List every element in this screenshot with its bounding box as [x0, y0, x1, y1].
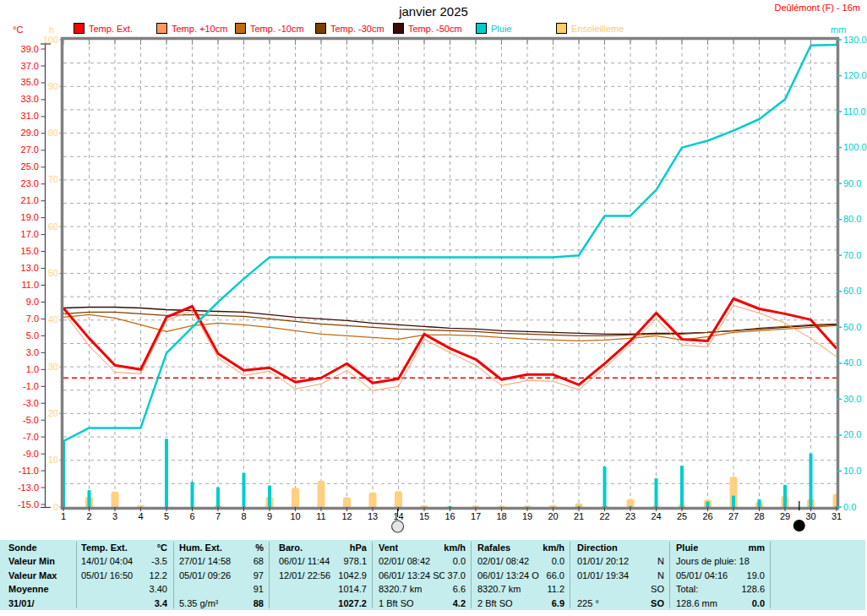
table-row-label: 31/01/	[8, 597, 73, 610]
temp-tick-label: 23.0	[21, 178, 39, 188]
temp-tick-label: 3.0	[26, 347, 39, 357]
table-row: 5.35 g/m³88	[179, 597, 264, 610]
temp-tick-label: -13.0	[18, 482, 39, 493]
rain-tick-label: 120.0	[843, 70, 867, 80]
table-column-title: Rafales	[477, 541, 510, 554]
table-row: 06/01/ 11:44978.1	[279, 554, 367, 568]
table-cell: 05/01/ 16:50	[81, 569, 133, 582]
table-cell-value: 1042.9	[338, 569, 367, 582]
table-row: 128.6 mm0.0	[676, 597, 765, 610]
table-row: 3.40	[81, 582, 167, 596]
table-cell: 06/01/ 13:24 SO	[379, 569, 444, 582]
day-label: 8	[241, 511, 246, 521]
rain-tick-label: 30.0	[843, 394, 861, 404]
day-label: 21	[574, 511, 584, 521]
table-cell: Jours de pluie: 18	[676, 554, 750, 568]
table-column-title: Vent	[379, 541, 398, 554]
table-cell: 225 °	[577, 597, 599, 610]
table-cell-value: 0.0	[453, 554, 466, 568]
table-column: Rafaleskm/h02/01/ 08:420.006/01/ 13:24 O…	[477, 541, 564, 610]
bar	[318, 481, 325, 510]
table-column-unit: km/h	[543, 541, 564, 554]
bar	[292, 488, 299, 510]
table-row-label: Valeur Max	[8, 569, 73, 582]
weather-chart-window: janvier 2025 Deûlémont (F) - 16m °C h mm…	[0, 0, 867, 616]
temp-tick-label: 5.0	[26, 330, 39, 341]
bar	[655, 478, 658, 510]
temp-tick-label: 7.0	[26, 313, 39, 324]
table-cell-value: 128.6	[741, 582, 765, 596]
bar	[603, 466, 607, 510]
table-row-label: Sonde	[8, 541, 73, 554]
table-cell: 128.6 mm	[676, 597, 717, 610]
bar	[395, 491, 402, 510]
table-separator	[173, 542, 174, 608]
table-row: 8320.7 km11.2	[477, 582, 564, 596]
table-cell-value: SO	[651, 582, 664, 596]
day-label: 14	[393, 511, 403, 521]
table-column-unit: mm	[748, 541, 765, 554]
temp-axis: 39.037.035.033.031.029.027.025.023.021.0…	[18, 44, 51, 510]
table-cell: 2 Bft SO	[477, 597, 513, 610]
day-label: 25	[677, 511, 687, 521]
table-cell-value: 88	[254, 597, 264, 610]
day-label: 27	[728, 511, 739, 521]
rain-tick-label: 10.0	[843, 466, 861, 476]
table-cell: 8320.7 km	[477, 582, 521, 596]
table-cell: 14/01/ 04:04	[81, 554, 133, 568]
day-label: 31	[832, 511, 842, 521]
table-cell: 06/01/ 11:44	[279, 554, 330, 568]
day-label: 18	[496, 511, 506, 521]
table-column: Temp. Ext.°C14/01/ 04:04-3.505/01/ 16:50…	[81, 541, 167, 610]
sun-tick-label: 100	[43, 35, 58, 45]
day-label: 12	[341, 511, 352, 521]
temp-tick-label: 27.0	[21, 144, 39, 155]
table-row: 225 °SO	[577, 597, 664, 610]
table-cell: 05/01/ 09:26	[179, 569, 231, 582]
day-label: 22	[599, 511, 609, 521]
day-label: 6	[189, 511, 194, 521]
rain-tick-label: 130.0	[843, 35, 867, 45]
full-moon-icon	[392, 521, 404, 532]
rain-tick-label: 90.0	[843, 178, 861, 188]
day-label: 19	[522, 511, 532, 521]
rain-tick-label: 50.0	[843, 322, 861, 332]
temp-tick-label: 9.0	[26, 297, 39, 307]
day-label: 11	[316, 511, 325, 521]
day-label: 3	[112, 511, 117, 521]
table-row: 05/01/ 09:2697	[179, 569, 264, 582]
rain-tick-label: 60.0	[843, 286, 861, 296]
table-row: 05/01/ 04:1619.0	[676, 569, 765, 582]
table-cell: 05/01/ 04:16	[676, 569, 728, 582]
sun-axis: 0102030405060708090100	[43, 35, 63, 512]
temp-tick-label: -5.0	[23, 415, 39, 425]
day-label: 20	[548, 511, 558, 521]
table-column: Baro.hPa06/01/ 11:44978.112/01/ 22:56104…	[279, 541, 367, 610]
sun-tick-label: 40	[48, 314, 58, 324]
temp-tick-label: 35.0	[21, 77, 39, 87]
table-cell-value: 0.0	[552, 554, 564, 568]
day-label: 30	[805, 511, 815, 521]
chart-svg: 1234567891011121314151617181920212223242…	[0, 0, 867, 537]
table-cell-value: 1027.2	[338, 597, 367, 610]
day-label: 13	[368, 511, 378, 521]
table-row: 1 Bft SO4.2	[379, 597, 466, 610]
day-label: 2	[86, 511, 91, 521]
bar	[810, 454, 813, 510]
temp-tick-label: 37.0	[21, 61, 39, 71]
x-axis: 1234567891011121314151617181920212223242…	[61, 40, 842, 521]
day-label: 23	[625, 511, 635, 521]
table-column-title: Baro.	[279, 541, 303, 554]
table-row: 02/01/ 08:420.0	[477, 554, 564, 568]
temp-tick-label: 15.0	[21, 246, 39, 256]
day-label: 5	[164, 511, 169, 521]
table-cell-value: 66.0	[547, 569, 564, 582]
table-column-unit: hPa	[350, 541, 367, 554]
table-column-title: Hum. Ext.	[179, 541, 222, 554]
table-cell-value: 1014.7	[338, 582, 367, 596]
table-cell: 8320.7 km	[379, 582, 422, 596]
temp-tick-label: 31.0	[21, 111, 39, 121]
table-column-title: Temp. Ext.	[81, 541, 128, 554]
temp-tick-label: -3.0	[23, 398, 39, 408]
table-row: 91	[179, 582, 264, 596]
